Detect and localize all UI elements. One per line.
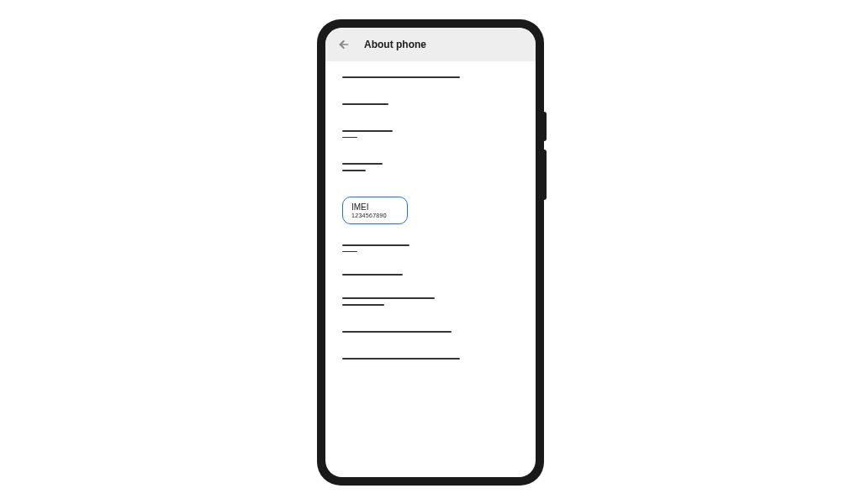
setting-item[interactable]: [342, 274, 519, 276]
setting-item[interactable]: [342, 130, 519, 139]
settings-content: IMEI 1234567890: [325, 61, 536, 477]
back-button[interactable]: [337, 38, 351, 51]
placeholder-line: [342, 103, 388, 105]
phone-frame: About phone IMEI: [317, 19, 544, 486]
placeholder-line: [342, 331, 452, 333]
placeholder-line: [342, 130, 393, 132]
setting-item[interactable]: [342, 103, 519, 105]
setting-item[interactable]: [342, 297, 519, 306]
app-header: About phone: [325, 28, 536, 61]
phone-power-button: [544, 112, 547, 141]
placeholder-line: [342, 244, 409, 246]
imei-setting-item[interactable]: IMEI 1234567890: [342, 197, 408, 224]
setting-item[interactable]: [342, 244, 519, 253]
placeholder-line: [342, 297, 435, 299]
arrow-left-icon: [337, 38, 351, 51]
placeholder-line: [342, 76, 460, 78]
setting-item[interactable]: [342, 331, 519, 333]
placeholder-line: [342, 304, 384, 306]
imei-label: IMEI: [351, 202, 399, 212]
setting-item[interactable]: [342, 76, 519, 78]
phone-screen: About phone IMEI: [325, 28, 536, 477]
placeholder-line: [342, 137, 357, 139]
placeholder-line: [342, 274, 403, 276]
placeholder-line: [342, 251, 357, 253]
phone-volume-button: [544, 150, 547, 200]
placeholder-line: [342, 170, 366, 171]
setting-item[interactable]: [342, 163, 519, 171]
page-title: About phone: [364, 39, 426, 50]
placeholder-line: [342, 358, 460, 360]
setting-item[interactable]: [342, 358, 519, 360]
imei-value: 1234567890: [351, 213, 399, 218]
placeholder-line: [342, 163, 383, 165]
